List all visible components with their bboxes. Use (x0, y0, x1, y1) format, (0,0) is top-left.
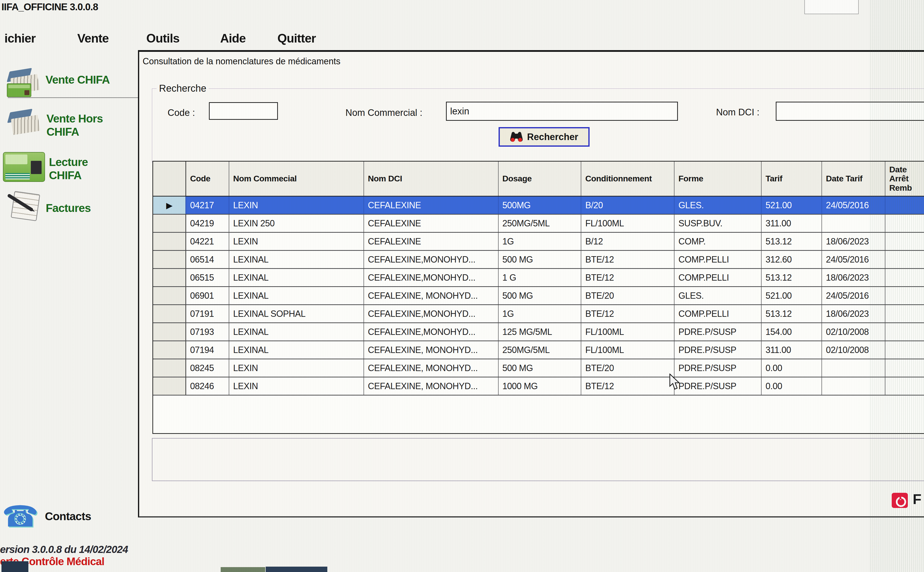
sidebar-item-vente-chifa[interactable]: Vente CHIFA (7, 70, 110, 96)
table-row[interactable]: 07194LEXINALCEFALEXINE, MONOHYD...250MG/… (153, 341, 924, 359)
cell-date-tarif[interactable]: 18/06/2023 (822, 269, 885, 286)
cell-forme[interactable]: GLES. (675, 197, 762, 214)
cell-tarif[interactable]: 0.00 (762, 359, 822, 377)
cell-code[interactable]: 07191 (186, 305, 229, 322)
row-header[interactable] (153, 269, 186, 286)
close-button-label[interactable]: F (913, 491, 921, 507)
menu-item-vente[interactable]: Vente (77, 31, 109, 45)
cell-forme[interactable]: COMP. (675, 233, 762, 250)
cell-date-tarif[interactable]: 24/05/2016 (822, 251, 885, 268)
column-header-date-arret-remb[interactable]: Date Arrêt Remb (885, 162, 924, 196)
table-row[interactable]: 04219LEXIN 250CEFALEXINE250MG/5MLFL/100M… (153, 214, 924, 233)
cell-date-arret-remb[interactable] (885, 341, 924, 359)
menu-item-fichier[interactable]: ichier (5, 31, 36, 45)
cell-dosage[interactable]: 250MG/5ML (499, 214, 581, 232)
cell-code[interactable]: 07194 (186, 341, 229, 359)
cell-tarif[interactable]: 513.12 (762, 305, 822, 322)
cell-forme[interactable]: COMP.PELLI (675, 305, 762, 322)
cell-nom-dci[interactable]: CEFALEXINE, MONOHYD... (364, 378, 499, 395)
cell-dosage[interactable]: 1 G (499, 269, 581, 286)
cell-nom-commercial[interactable]: LEXINAL (229, 287, 364, 304)
column-header-tarif[interactable]: Tarif (762, 162, 822, 196)
cell-tarif[interactable]: 311.00 (762, 341, 822, 359)
cell-dosage[interactable]: 1G (499, 233, 581, 250)
cell-date-tarif[interactable] (822, 214, 885, 232)
row-header[interactable]: ▶ (153, 197, 186, 214)
cell-code[interactable]: 04219 (186, 214, 229, 232)
column-header-nom-commercial[interactable]: Nom Commecial (229, 162, 364, 196)
cell-date-tarif[interactable]: 24/05/2016 (822, 287, 885, 304)
table-row[interactable]: ▶04217LEXINCEFALEXINE500MGB/20GLES.521.0… (153, 197, 924, 214)
cell-conditionnement[interactable]: BTE/20 (581, 359, 675, 377)
cell-forme[interactable]: COMP.PELLI (675, 269, 762, 286)
cell-date-arret-remb[interactable] (885, 269, 924, 286)
row-header[interactable] (153, 359, 186, 377)
sidebar-item-contacts[interactable]: ☎ Contacts (2, 502, 91, 531)
cell-date-tarif[interactable]: 18/06/2023 (822, 233, 885, 250)
cell-conditionnement[interactable]: BTE/12 (581, 378, 675, 395)
sidebar-item-factures[interactable]: Factures (6, 191, 91, 220)
power-close-icon[interactable] (892, 493, 908, 508)
rechercher-button[interactable]: Rechercher (499, 127, 590, 147)
cell-tarif[interactable]: 154.00 (762, 323, 822, 340)
cell-code[interactable]: 04217 (186, 197, 229, 214)
cell-code[interactable]: 04221 (186, 233, 229, 250)
cell-dosage[interactable]: 500 MG (499, 251, 581, 268)
cell-tarif[interactable]: 312.60 (762, 251, 822, 268)
column-header-nom-dci[interactable]: Nom DCI (364, 162, 499, 196)
cell-conditionnement[interactable]: FL/100ML (581, 323, 675, 340)
cell-tarif[interactable]: 521.00 (762, 287, 822, 304)
cell-nom-commercial[interactable]: LEXIN (229, 233, 364, 250)
cell-conditionnement[interactable]: B/20 (581, 197, 675, 214)
cell-date-tarif[interactable]: 02/10/2008 (822, 323, 885, 340)
menu-item-quitter[interactable]: Quitter (277, 31, 316, 45)
cell-dosage[interactable]: 1G (499, 305, 581, 322)
cell-nom-commercial[interactable]: LEXINAL (229, 251, 364, 268)
cell-date-arret-remb[interactable] (885, 323, 924, 340)
row-header[interactable] (153, 251, 186, 268)
cell-conditionnement[interactable]: BTE/20 (581, 287, 675, 304)
cell-date-arret-remb[interactable] (885, 305, 924, 322)
cell-dosage[interactable]: 1000 MG (499, 378, 581, 395)
cell-date-tarif[interactable]: 02/10/2008 (822, 341, 885, 359)
cell-date-tarif[interactable]: 24/05/2016 (822, 197, 885, 214)
column-header-code[interactable]: Code (186, 162, 229, 196)
cell-tarif[interactable]: 311.00 (762, 214, 822, 232)
cell-nom-dci[interactable]: CEFALEXINE (364, 233, 499, 250)
cell-nom-commercial[interactable]: LEXINAL (229, 269, 364, 286)
column-header-date-tarif[interactable]: Date Tarif (822, 162, 885, 196)
cell-dosage[interactable]: 125 MG/5ML (499, 323, 581, 340)
sidebar-item-vente-hors-chifa[interactable]: Vente Hors CHIFA (7, 110, 122, 138)
cell-dosage[interactable]: 500MG (499, 197, 581, 214)
cell-nom-dci[interactable]: CEFALEXINE, MONOHYD... (364, 359, 499, 377)
cell-dosage[interactable]: 500 MG (499, 287, 581, 304)
table-row[interactable]: 06901LEXINALCEFALEXINE, MONOHYD...500 MG… (153, 287, 924, 305)
cell-forme[interactable]: PDRE.P/SUSP (675, 341, 762, 359)
cell-conditionnement[interactable]: B/12 (581, 233, 675, 250)
cell-nom-commercial[interactable]: LEXINAL (229, 341, 364, 359)
cell-conditionnement[interactable]: BTE/12 (581, 269, 675, 286)
cell-nom-dci[interactable]: CEFALEXINE, MONOHYD... (364, 287, 499, 304)
row-header[interactable] (153, 341, 186, 359)
cell-dosage[interactable]: 250MG/5ML (499, 341, 581, 359)
cell-conditionnement[interactable]: BTE/12 (581, 305, 675, 322)
cell-forme[interactable]: PDRE.P/SUSP (675, 378, 762, 395)
row-header[interactable] (153, 214, 186, 232)
column-header-selector[interactable] (153, 162, 186, 196)
nom-dci-input[interactable] (776, 102, 924, 121)
cell-nom-commercial[interactable]: LEXIN (229, 197, 364, 214)
table-row[interactable]: 07191LEXINAL SOPHALCEFALEXINE,MONOHYD...… (153, 305, 924, 323)
cell-nom-commercial[interactable]: LEXIN (229, 378, 364, 395)
cell-conditionnement[interactable]: FL/100ML (581, 341, 675, 359)
cell-code[interactable]: 06901 (186, 287, 229, 304)
cell-date-tarif[interactable]: 18/06/2023 (822, 305, 885, 322)
cell-date-arret-remb[interactable] (885, 251, 924, 268)
cell-date-arret-remb[interactable] (885, 233, 924, 250)
menu-item-aide[interactable]: Aide (220, 31, 246, 45)
cell-nom-dci[interactable]: CEFALEXINE (364, 214, 499, 232)
cell-tarif[interactable]: 0.00 (762, 378, 822, 395)
cell-nom-dci[interactable]: CEFALEXINE,MONOHYD... (364, 305, 499, 322)
cell-code[interactable]: 08245 (186, 359, 229, 377)
cell-forme[interactable]: PDRE.P/SUSP (675, 323, 762, 340)
cell-forme[interactable]: GLES. (675, 287, 762, 304)
